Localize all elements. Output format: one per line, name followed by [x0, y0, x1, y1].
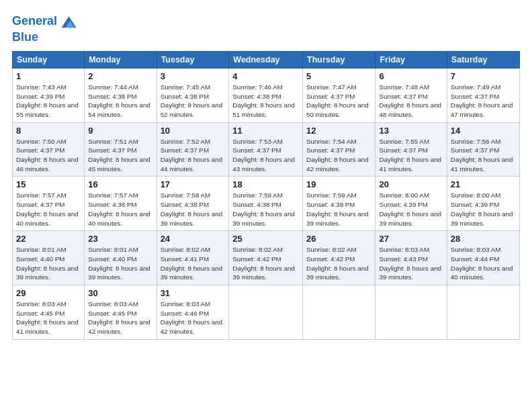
day-number: 21 [451, 179, 516, 189]
day-info: Sunrise: 7:52 AM Sunset: 4:37 PM Dayligh… [161, 137, 226, 174]
calendar-week-row: 8 Sunrise: 7:50 AM Sunset: 4:37 PM Dayli… [13, 122, 520, 177]
calendar-week-row: 15 Sunrise: 7:57 AM Sunset: 4:37 PM Dayl… [13, 177, 520, 231]
day-info: Sunrise: 7:54 AM Sunset: 4:37 PM Dayligh… [306, 137, 371, 174]
day-info: Sunrise: 8:03 AM Sunset: 4:43 PM Dayligh… [379, 245, 443, 282]
day-info: Sunrise: 7:55 AM Sunset: 4:37 PM Dayligh… [379, 137, 443, 174]
day-info: Sunrise: 8:01 AM Sunset: 4:40 PM Dayligh… [88, 245, 152, 282]
day-info: Sunrise: 7:48 AM Sunset: 4:37 PM Dayligh… [379, 83, 443, 120]
day-info: Sunrise: 8:03 AM Sunset: 4:45 PM Dayligh… [88, 300, 152, 336]
calendar-cell: 7 Sunrise: 7:49 AM Sunset: 4:37 PM Dayli… [447, 68, 519, 122]
day-info: Sunrise: 7:57 AM Sunset: 4:38 PM Dayligh… [88, 191, 152, 228]
calendar-cell: 21 Sunrise: 8:00 AM Sunset: 4:39 PM Dayl… [447, 177, 519, 231]
day-number: 16 [88, 179, 152, 189]
day-info: Sunrise: 7:43 AM Sunset: 4:39 PM Dayligh… [16, 83, 81, 120]
day-number: 13 [379, 126, 443, 136]
calendar-cell: 6 Sunrise: 7:48 AM Sunset: 4:37 PM Dayli… [375, 68, 447, 122]
day-info: Sunrise: 7:50 AM Sunset: 4:37 PM Dayligh… [16, 137, 81, 174]
weekday-header-friday: Friday [375, 51, 447, 68]
calendar-cell: 9 Sunrise: 7:51 AM Sunset: 4:37 PM Dayli… [85, 122, 157, 177]
calendar-week-row: 1 Sunrise: 7:43 AM Sunset: 4:39 PM Dayli… [13, 68, 520, 122]
weekday-header-monday: Monday [85, 51, 157, 68]
day-info: Sunrise: 7:49 AM Sunset: 4:37 PM Dayligh… [451, 83, 516, 120]
calendar-week-row: 22 Sunrise: 8:01 AM Sunset: 4:40 PM Dayl… [13, 231, 520, 285]
calendar-cell: 4 Sunrise: 7:46 AM Sunset: 4:38 PM Dayli… [229, 68, 303, 122]
day-info: Sunrise: 7:57 AM Sunset: 4:37 PM Dayligh… [16, 191, 81, 228]
day-info: Sunrise: 7:47 AM Sunset: 4:37 PM Dayligh… [306, 83, 371, 120]
header: General Blue [12, 12, 520, 44]
calendar-cell: 2 Sunrise: 7:44 AM Sunset: 4:38 PM Dayli… [85, 68, 157, 122]
day-number: 1 [16, 71, 81, 81]
weekday-header-saturday: Saturday [447, 51, 519, 68]
day-number: 19 [306, 179, 371, 189]
day-number: 30 [88, 288, 152, 298]
day-number: 31 [161, 288, 226, 298]
day-number: 15 [16, 179, 81, 189]
calendar-cell: 16 Sunrise: 7:57 AM Sunset: 4:38 PM Dayl… [85, 177, 157, 231]
logo-icon [58, 12, 77, 31]
calendar-cell: 23 Sunrise: 8:01 AM Sunset: 4:40 PM Dayl… [85, 231, 157, 285]
day-info: Sunrise: 8:03 AM Sunset: 4:45 PM Dayligh… [16, 300, 81, 336]
calendar-cell: 31 Sunrise: 8:03 AM Sunset: 4:46 PM Dayl… [157, 285, 229, 340]
day-info: Sunrise: 7:44 AM Sunset: 4:38 PM Dayligh… [88, 83, 152, 120]
weekday-header-tuesday: Tuesday [157, 51, 229, 68]
calendar-cell: 8 Sunrise: 7:50 AM Sunset: 4:37 PM Dayli… [13, 122, 85, 177]
calendar-cell [447, 285, 519, 340]
day-info: Sunrise: 8:02 AM Sunset: 4:41 PM Dayligh… [161, 245, 226, 282]
day-info: Sunrise: 7:46 AM Sunset: 4:38 PM Dayligh… [232, 83, 299, 120]
day-number: 6 [379, 71, 443, 81]
day-info: Sunrise: 7:58 AM Sunset: 4:38 PM Dayligh… [161, 191, 226, 228]
calendar-cell: 3 Sunrise: 7:45 AM Sunset: 4:38 PM Dayli… [157, 68, 229, 122]
day-info: Sunrise: 8:03 AM Sunset: 4:44 PM Dayligh… [451, 245, 516, 282]
day-number: 9 [88, 126, 152, 136]
calendar-cell: 10 Sunrise: 7:52 AM Sunset: 4:37 PM Dayl… [157, 122, 229, 177]
calendar-cell: 12 Sunrise: 7:54 AM Sunset: 4:37 PM Dayl… [303, 122, 375, 177]
calendar-cell: 27 Sunrise: 8:03 AM Sunset: 4:43 PM Dayl… [375, 231, 447, 285]
day-info: Sunrise: 7:59 AM Sunset: 4:38 PM Dayligh… [232, 191, 299, 228]
day-number: 18 [232, 179, 299, 189]
day-info: Sunrise: 7:51 AM Sunset: 4:37 PM Dayligh… [88, 137, 152, 174]
day-number: 28 [451, 234, 516, 244]
calendar-cell [303, 285, 375, 340]
calendar-cell: 22 Sunrise: 8:01 AM Sunset: 4:40 PM Dayl… [13, 231, 85, 285]
day-info: Sunrise: 8:02 AM Sunset: 4:42 PM Dayligh… [306, 245, 371, 282]
calendar-cell: 28 Sunrise: 8:03 AM Sunset: 4:44 PM Dayl… [447, 231, 519, 285]
day-info: Sunrise: 8:02 AM Sunset: 4:42 PM Dayligh… [232, 245, 299, 282]
day-info: Sunrise: 7:59 AM Sunset: 4:39 PM Dayligh… [306, 191, 371, 228]
day-number: 10 [161, 126, 226, 136]
day-number: 14 [451, 126, 516, 136]
calendar-cell: 30 Sunrise: 8:03 AM Sunset: 4:45 PM Dayl… [85, 285, 157, 340]
day-number: 22 [16, 234, 81, 244]
calendar-table: SundayMondayTuesdayWednesdayThursdayFrid… [12, 51, 520, 340]
calendar-cell: 11 Sunrise: 7:53 AM Sunset: 4:37 PM Dayl… [229, 122, 303, 177]
calendar-cell: 5 Sunrise: 7:47 AM Sunset: 4:37 PM Dayli… [303, 68, 375, 122]
day-number: 3 [161, 71, 226, 81]
day-number: 25 [232, 234, 299, 244]
day-info: Sunrise: 7:56 AM Sunset: 4:37 PM Dayligh… [451, 137, 516, 174]
day-info: Sunrise: 7:45 AM Sunset: 4:38 PM Dayligh… [161, 83, 226, 120]
calendar-cell [229, 285, 303, 340]
calendar-cell: 1 Sunrise: 7:43 AM Sunset: 4:39 PM Dayli… [13, 68, 85, 122]
calendar-cell: 13 Sunrise: 7:55 AM Sunset: 4:37 PM Dayl… [375, 122, 447, 177]
weekday-header-thursday: Thursday [303, 51, 375, 68]
calendar-cell: 20 Sunrise: 8:00 AM Sunset: 4:39 PM Dayl… [375, 177, 447, 231]
day-number: 29 [16, 288, 81, 298]
calendar-cell: 25 Sunrise: 8:02 AM Sunset: 4:42 PM Dayl… [229, 231, 303, 285]
day-number: 26 [306, 234, 371, 244]
day-number: 17 [161, 179, 226, 189]
weekday-header-wednesday: Wednesday [229, 51, 303, 68]
page: General Blue SundayMondayTuesdayWednesda… [0, 0, 532, 411]
day-number: 4 [232, 71, 299, 81]
day-number: 20 [379, 179, 443, 189]
day-number: 11 [232, 126, 299, 136]
day-number: 23 [88, 234, 152, 244]
day-info: Sunrise: 8:00 AM Sunset: 4:39 PM Dayligh… [379, 191, 443, 228]
calendar-cell [375, 285, 447, 340]
logo-blue-text: Blue [12, 31, 77, 44]
day-number: 7 [451, 71, 516, 81]
calendar-week-row: 29 Sunrise: 8:03 AM Sunset: 4:45 PM Dayl… [13, 285, 520, 340]
calendar-cell: 18 Sunrise: 7:59 AM Sunset: 4:38 PM Dayl… [229, 177, 303, 231]
calendar-cell: 14 Sunrise: 7:56 AM Sunset: 4:37 PM Dayl… [447, 122, 519, 177]
calendar-cell: 19 Sunrise: 7:59 AM Sunset: 4:39 PM Dayl… [303, 177, 375, 231]
calendar-cell: 26 Sunrise: 8:02 AM Sunset: 4:42 PM Dayl… [303, 231, 375, 285]
day-number: 8 [16, 126, 81, 136]
